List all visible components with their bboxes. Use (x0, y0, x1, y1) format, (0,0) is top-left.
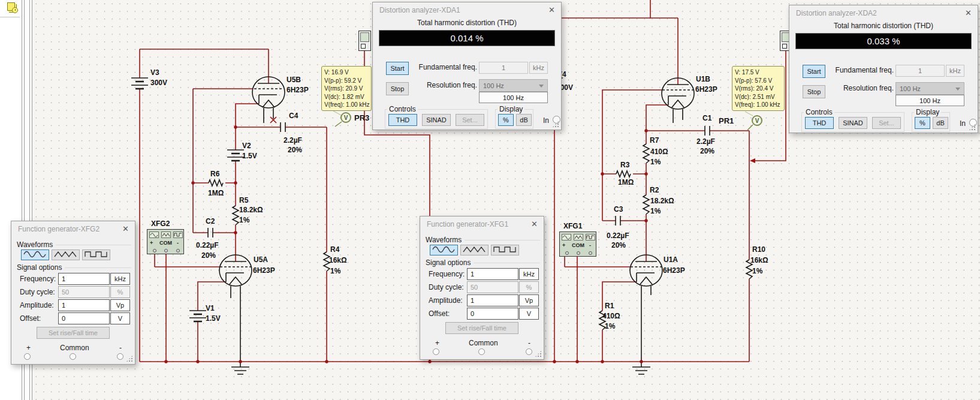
in-label: In (960, 119, 966, 128)
distortion-analyzer-icon[interactable] (358, 31, 371, 51)
thd-button[interactable]: THD (805, 117, 834, 129)
amplitude-input[interactable]: 1 (58, 299, 110, 311)
duty-cycle-input: 50 (58, 286, 110, 298)
voltage-probe-icon[interactable]: V (340, 112, 351, 123)
component-label: C3 (614, 205, 623, 213)
minus-terminal[interactable] (526, 348, 532, 355)
sinad-button[interactable]: SINAD (422, 114, 451, 126)
stop-button[interactable]: Stop (386, 82, 409, 95)
db-button[interactable]: dB (516, 114, 532, 126)
function-generator-icon[interactable]: + COM - (559, 231, 596, 257)
component-value: 2.2µF (284, 136, 302, 145)
resolution-freq-dropdown[interactable]: 100 Hz (479, 79, 548, 92)
window-title: Function generator-XFG1 (427, 220, 508, 228)
close-icon[interactable]: ✕ (531, 219, 538, 228)
square-wave-icon (586, 234, 595, 240)
fundamental-freq-input[interactable]: 1 (479, 62, 528, 74)
common-terminal[interactable] (478, 348, 485, 355)
square-wave-button[interactable] (491, 245, 519, 255)
component-value: 18.2kΩ (650, 197, 674, 205)
component-label: U1B (696, 75, 710, 83)
percent-button[interactable]: % (498, 114, 514, 126)
plus-terminal[interactable] (24, 353, 31, 360)
thd-value-display: 0.033 % (795, 33, 972, 49)
fundamental-freq-input[interactable]: 1 (895, 65, 945, 77)
fundamental-freq-label: Fundamental freq. (412, 63, 477, 71)
offset-unit: V (110, 312, 130, 324)
close-icon[interactable]: ✕ (122, 224, 129, 233)
percent-button[interactable]: % (915, 117, 930, 129)
com-terminal-label: COM (572, 242, 584, 248)
resize-grip[interactable] (535, 350, 542, 357)
amplitude-input[interactable]: 1 (467, 294, 518, 306)
sine-wave-button[interactable] (430, 245, 458, 255)
component-value: 16kΩ (329, 256, 347, 264)
terminal-pin[interactable] (577, 251, 580, 255)
frequency-input[interactable]: 1 (58, 273, 110, 285)
window-title: Distortion analyzer-XDA2 (796, 9, 877, 17)
common-terminal-label: Common (469, 339, 498, 347)
terminal-pin[interactable] (565, 251, 569, 255)
offset-unit: V (519, 308, 539, 320)
close-icon[interactable]: ✕ (548, 5, 555, 14)
duty-cycle-unit: % (519, 281, 539, 293)
component-value: 16kΩ (750, 256, 768, 264)
square-wave-button[interactable] (82, 249, 110, 260)
offset-input[interactable]: 0 (467, 308, 518, 320)
stop-button[interactable]: Stop (803, 85, 825, 98)
frequency-input[interactable]: 1 (467, 268, 518, 280)
triangle-wave-button[interactable] (52, 249, 80, 260)
window-title: Distortion analyzer-XDA1 (379, 6, 460, 14)
sine-wave-icon (432, 245, 456, 255)
terminal-pin[interactable] (176, 249, 180, 252)
resolution-freq-dropdown[interactable]: 100 Hz (895, 82, 964, 95)
plus-terminal-label: + (562, 242, 565, 248)
minus-terminal[interactable] (117, 353, 123, 360)
triangle-wave-button[interactable] (460, 245, 489, 255)
chevron-down-icon (955, 88, 960, 91)
sine-wave-button[interactable] (21, 249, 49, 260)
start-button[interactable]: Start (386, 62, 409, 75)
plus-terminal-label: + (26, 344, 31, 352)
probe-line: V(rms): 20.4 V (735, 85, 782, 93)
component-label: V3 (150, 68, 159, 77)
common-terminal[interactable] (70, 353, 76, 360)
offset-input[interactable]: 0 (58, 312, 110, 324)
resize-grip[interactable] (126, 355, 133, 362)
xda2-titlebar[interactable]: Distortion analyzer-XDA2 ✕ (789, 5, 978, 20)
terminal-pin[interactable] (153, 249, 156, 252)
probe-label: PR3 (354, 113, 369, 122)
xfg2-titlebar[interactable]: Function generator-XFG2 ✕ (11, 221, 135, 236)
waveforms-label: Waveforms (426, 236, 465, 244)
terminal-pin[interactable] (589, 251, 592, 255)
start-button[interactable]: Start (803, 65, 825, 78)
thd-subtitle: Total harmonic distortion (THD) (373, 19, 561, 27)
probe-label: PR1 (719, 116, 734, 125)
xda1-titlebar[interactable]: Distortion analyzer-XDA1 ✕ (373, 2, 561, 17)
resolution-freq-value: 100 Hz (479, 92, 548, 103)
waveforms-section: Waveforms (426, 236, 540, 244)
close-icon[interactable]: ✕ (965, 8, 972, 17)
amplitude-label: Amplitude: (20, 301, 54, 309)
thd-button[interactable]: THD (388, 114, 417, 126)
signal-options-section: Signal options (17, 263, 131, 272)
probe-readout-pr1: V: 17.5 V V(p-p): 57.6 V V(rms): 20.4 V … (732, 66, 785, 111)
amplitude-unit: Vp (519, 294, 539, 306)
xfg1-titlebar[interactable]: Function generator-XFG1 ✕ (420, 216, 544, 231)
triangle-wave-icon (574, 234, 583, 240)
component-label: XFG1 (563, 222, 582, 230)
function-generator-icon[interactable]: + COM - (147, 229, 184, 254)
probe-line: V(dc): 2.51 mV (735, 93, 782, 101)
duty-cycle-label: Duty cycle: (20, 288, 55, 296)
plus-terminal[interactable] (433, 348, 439, 355)
voltage-probe-icon[interactable]: V (752, 115, 762, 126)
in-radio[interactable] (969, 119, 977, 127)
sinad-button[interactable]: SINAD (839, 117, 867, 129)
db-button[interactable]: dB (933, 117, 948, 129)
component-label: V1 (206, 304, 215, 312)
in-radio[interactable] (553, 116, 560, 124)
set-rise-fall-button: Set rise/Fall time (445, 322, 518, 334)
component-tolerance: 1% (239, 216, 249, 224)
thd-value-display: 0.014 % (379, 30, 555, 46)
terminal-pin[interactable] (164, 249, 168, 252)
